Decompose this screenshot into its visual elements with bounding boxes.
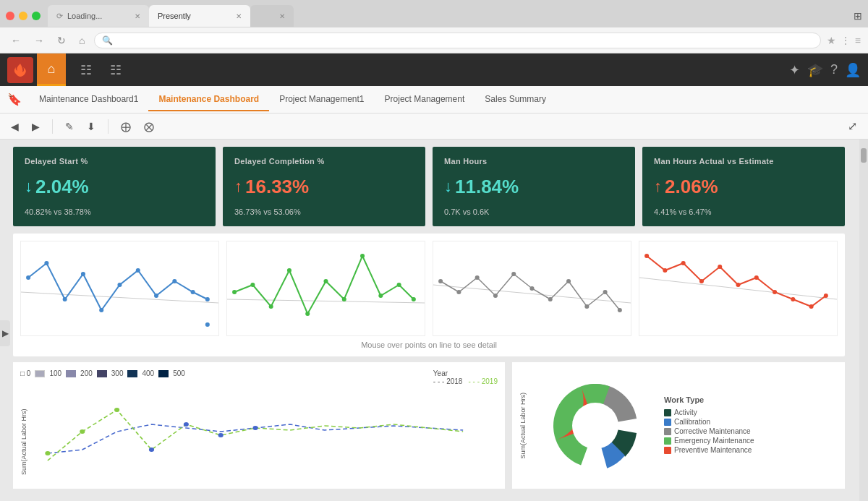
back-button[interactable]: ← (7, 33, 25, 48)
legend-title: Work Type (664, 395, 754, 404)
kpi-title-1: Delayed Start % (25, 157, 204, 166)
svg-point-47 (809, 304, 814, 309)
home-button[interactable]: ⌂ (75, 33, 88, 48)
svg-point-56 (572, 403, 618, 449)
kpi-comparison-3: 0.7K vs 0.6K (444, 207, 624, 216)
tab-maintenance-dashboard[interactable]: Maintenance Dashboard (148, 88, 269, 111)
bottom-left-chart: □ 0 100 200 300 400 500 Year - (13, 362, 505, 489)
svg-point-32 (548, 297, 553, 301)
home-nav-button[interactable]: ⌂ (37, 53, 66, 86)
line-charts-row (20, 241, 838, 336)
forward-button[interactable]: → (30, 33, 48, 48)
scrollbar-thumb[interactable] (861, 148, 867, 163)
prev-button[interactable]: ◀ (7, 119, 22, 134)
dashboard-icon[interactable]: ☷ (73, 59, 99, 82)
expand-icon[interactable]: ⊞ (854, 10, 862, 22)
tab-project-management[interactable]: Project Management (375, 88, 475, 111)
chart-delayed-completion (226, 241, 425, 336)
maximize-button[interactable] (32, 12, 41, 20)
bottom-chart-header: □ 0 100 200 300 400 500 Year - (20, 369, 498, 385)
legend-dot-emergency (664, 437, 671, 445)
sidebar-toggle[interactable]: ▶ (0, 320, 10, 346)
kpi-value-2: ↑ 16.33% (234, 176, 414, 198)
user-icon[interactable]: 👤 (845, 62, 861, 78)
menu-icon[interactable]: ⋮ (841, 35, 851, 46)
kpi-title-2: Delayed Completion % (234, 157, 414, 166)
next-button[interactable]: ▶ (28, 119, 43, 134)
svg-point-4 (81, 272, 85, 276)
line-chart-red (639, 241, 837, 335)
edit-button[interactable]: ✎ (61, 119, 77, 134)
svg-point-51 (114, 408, 119, 412)
close-button[interactable] (6, 12, 14, 20)
kpi-card-man-hours-actual: Man Hours Actual vs Estimate ↑ 2.06% 4.4… (642, 147, 845, 226)
tab-close[interactable]: ✕ (135, 12, 140, 20)
svg-point-39 (663, 268, 667, 273)
legend-item-activity: Activity (664, 408, 754, 416)
legend-label-calibration: Callibration (674, 418, 710, 426)
bottom-chart-body: Sum(Actual Labor Hrs) (20, 388, 498, 475)
svg-point-55 (252, 426, 258, 430)
year-lines: - - - 2018 - - - 2019 (433, 377, 498, 385)
svg-point-33 (566, 279, 571, 283)
svg-point-23 (397, 283, 401, 287)
scale-100: 100 (49, 369, 61, 377)
legend-item-preventive: Preventive Maintenance (664, 446, 754, 454)
svg-point-38 (644, 254, 649, 258)
bottom-bar-chart (30, 388, 498, 475)
svg-point-49 (45, 451, 50, 455)
legend-label-preventive: Preventive Maintenance (674, 446, 752, 454)
line-chart-gray (433, 241, 631, 335)
window-controls (6, 12, 41, 20)
url-input[interactable] (117, 35, 812, 46)
scale-200-box (66, 370, 76, 377)
fullscreen-button[interactable]: ⤢ (844, 117, 861, 135)
scale-500-box (158, 370, 169, 377)
star-icon[interactable]: ★ (827, 35, 836, 46)
svg-point-52 (149, 448, 154, 452)
toolbar-separator-2 (108, 119, 109, 134)
kpi-title-4: Man Hours Actual vs Estimate (654, 157, 833, 166)
list-icon[interactable]: ☷ (103, 59, 129, 82)
svg-point-5 (99, 308, 103, 312)
tab-close-presently[interactable]: ✕ (236, 12, 242, 20)
tab-loading[interactable]: ⟳ Loading... ✕ (48, 5, 149, 27)
question-icon[interactable]: ? (830, 62, 838, 77)
search-icon: 🔍 (102, 35, 113, 46)
year-2019: - - - 2019 (468, 377, 498, 385)
app-body: ▶ Delayed Start % ↓ 2.04% 40.82% vs 38.7… (0, 140, 868, 501)
kpi-card-delayed-start: Delayed Start % ↓ 2.04% 40.82% vs 38.78% (13, 147, 216, 226)
svg-point-46 (791, 297, 795, 301)
svg-point-28 (475, 275, 480, 280)
svg-point-19 (323, 279, 328, 283)
zoom-out-button[interactable]: ⨂ (140, 119, 158, 134)
download-button[interactable]: ⬇ (83, 119, 99, 134)
svg-point-21 (360, 254, 365, 258)
svg-point-16 (269, 304, 273, 309)
tab-maintenance-dashboard1[interactable]: Maintenance Dashboard1 (29, 88, 148, 111)
svg-point-9 (172, 279, 176, 283)
svg-point-54 (218, 433, 224, 437)
minimize-button[interactable] (19, 12, 27, 20)
svg-point-7 (136, 268, 140, 273)
tab-presently[interactable]: Presently ✕ (149, 5, 250, 27)
url-field[interactable]: 🔍 (94, 33, 820, 48)
help-badge-icon[interactable]: 🎓 (807, 62, 823, 78)
svg-line-37 (639, 278, 837, 299)
donut-y-label: Sum(Actual Labor Hrs) (519, 393, 527, 459)
tab-sales-summary[interactable]: Sales Summary (475, 88, 556, 111)
scale-500: 500 (173, 369, 185, 377)
svg-line-0 (21, 292, 218, 303)
nav-icons: ☷ ☷ (73, 59, 129, 82)
tab-project-management1[interactable]: Project Management1 (269, 88, 374, 111)
svg-point-48 (824, 294, 828, 298)
tab-empty[interactable]: ✕ (250, 5, 294, 27)
refresh-button[interactable]: ↻ (54, 33, 69, 48)
scrollbar[interactable] (859, 140, 868, 501)
svg-point-6 (117, 283, 122, 287)
page-tabs: 🔖 Maintenance Dashboard1 Maintenance Das… (0, 86, 868, 114)
zoom-in-button[interactable]: ⨁ (117, 119, 135, 134)
more-icon[interactable]: ≡ (855, 35, 861, 46)
sparkle-icon[interactable]: ✦ (789, 62, 800, 78)
tab-close-empty[interactable]: ✕ (279, 12, 285, 20)
